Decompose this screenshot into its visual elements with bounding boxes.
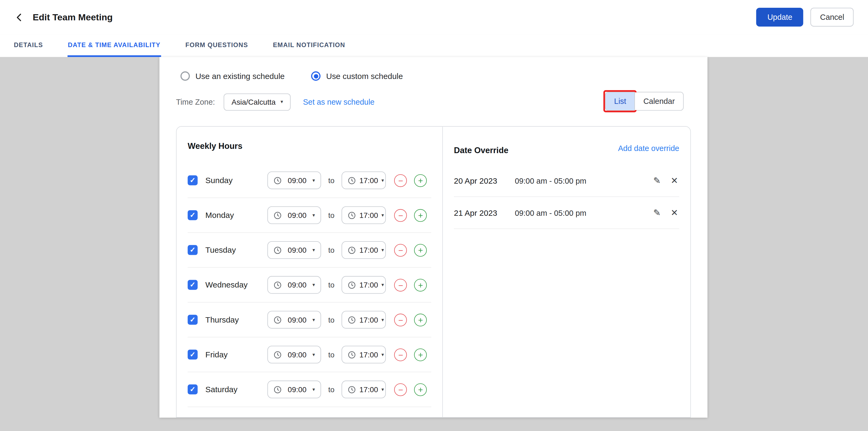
timezone-select[interactable]: Asia/Calcutta ▾ [224, 93, 291, 110]
caret-down-icon: ▾ [381, 247, 384, 253]
caret-down-icon: ▾ [381, 387, 384, 392]
remove-interval-button[interactable]: − [394, 174, 407, 187]
day-checkbox[interactable]: ✓ [188, 175, 197, 185]
end-time-select[interactable]: 17:00 ▾ [342, 206, 386, 224]
start-time-select[interactable]: 09:00 ▾ [267, 345, 321, 363]
start-time-select[interactable]: 09:00 ▾ [267, 276, 321, 294]
radio-custom-schedule[interactable]: Use custom schedule [311, 71, 403, 81]
minus-circle-icon: − [398, 176, 403, 185]
day-checkbox[interactable]: ✓ [188, 315, 197, 325]
to-label: to [328, 211, 334, 219]
tab-details[interactable]: DETAILS [13, 34, 44, 57]
override-time: 09:00 am - 05:00 pm [515, 176, 586, 185]
checkbox-check-icon: ✓ [190, 177, 195, 184]
day-label: Sunday [206, 176, 267, 185]
clock-icon [348, 385, 356, 394]
tab-form-questions[interactable]: FORM QUESTIONS [185, 34, 249, 57]
radio-existing-label: Use an existing schedule [195, 72, 284, 80]
add-interval-button[interactable]: + [414, 278, 427, 291]
page-title: Edit Team Meeting [33, 12, 113, 22]
to-label: to [328, 176, 334, 185]
override-date: 21 Apr 2023 [454, 208, 515, 217]
checkbox-check-icon: ✓ [190, 351, 195, 358]
start-time-select[interactable]: 09:00 ▾ [267, 172, 321, 189]
delete-override-button[interactable]: ✕ [670, 207, 679, 218]
override-date: 20 Apr 2023 [454, 176, 515, 185]
day-checkbox[interactable]: ✓ [188, 350, 197, 360]
day-row-wednesday: ✓ Wednesday 09:00 ▾ to 17:00 ▾ [188, 268, 431, 302]
plus-circle-icon: + [418, 176, 423, 185]
availability-card: Use an existing schedule Use custom sche… [159, 57, 708, 418]
start-time-value: 09:00 [288, 176, 307, 185]
start-time-select[interactable]: 09:00 ▾ [267, 241, 321, 259]
day-checkbox[interactable]: ✓ [188, 280, 197, 290]
delete-override-button[interactable]: ✕ [670, 175, 679, 186]
end-time-value: 17:00 [360, 281, 378, 289]
day-checkbox[interactable]: ✓ [188, 385, 197, 394]
clock-icon [348, 246, 356, 254]
override-time: 09:00 am - 05:00 pm [515, 208, 586, 217]
caret-down-icon: ▾ [312, 178, 315, 183]
day-label: Monday [206, 211, 267, 220]
plus-circle-icon: + [418, 351, 423, 359]
caret-down-icon: ▾ [381, 317, 384, 322]
set-as-new-schedule-link[interactable]: Set as new schedule [303, 97, 374, 106]
edit-override-button[interactable]: ✎ [652, 207, 662, 218]
list-view-button[interactable]: List [606, 92, 634, 110]
add-interval-button[interactable]: + [414, 313, 427, 326]
weekly-hours-panel: Weekly Hours ✓ Sunday 09:00 ▾ to [177, 127, 443, 417]
remove-interval-button[interactable]: − [394, 209, 407, 222]
start-time-value: 09:00 [288, 351, 307, 359]
add-interval-button[interactable]: + [414, 243, 427, 257]
remove-interval-button[interactable]: − [394, 383, 407, 396]
remove-interval-button[interactable]: − [394, 278, 407, 291]
tab-date-time-availability[interactable]: DATE & TIME AVAILABILITY [67, 34, 161, 57]
edit-override-button[interactable]: ✎ [652, 175, 662, 186]
minus-circle-icon: − [398, 351, 403, 359]
tab-email-notification[interactable]: EMAIL NOTIFICATION [273, 34, 346, 57]
start-time-select[interactable]: 09:00 ▾ [267, 311, 321, 329]
add-interval-button[interactable]: + [414, 383, 427, 396]
radio-existing-schedule[interactable]: Use an existing schedule [181, 71, 285, 81]
chevron-left-icon [14, 12, 24, 22]
calendar-view-button[interactable]: Calendar [634, 92, 683, 110]
remove-interval-button[interactable]: − [394, 313, 407, 326]
day-row-sunday: ✓ Sunday 09:00 ▾ to 17:00 ▾ [188, 163, 431, 198]
end-time-value: 17:00 [360, 176, 378, 185]
end-time-select[interactable]: 17:00 ▾ [342, 172, 386, 189]
start-time-select[interactable]: 09:00 ▾ [267, 206, 321, 224]
override-row: 21 Apr 2023 09:00 am - 05:00 pm ✎ ✕ [454, 197, 679, 229]
add-interval-button[interactable]: + [414, 348, 427, 361]
add-date-override-link[interactable]: Add date override [618, 143, 679, 152]
day-label: Thursday [206, 316, 267, 324]
minus-circle-icon: − [398, 281, 403, 289]
date-override-rows: 20 Apr 2023 09:00 am - 05:00 pm ✎ ✕ 21 A… [454, 165, 679, 229]
update-button[interactable]: Update [756, 8, 803, 27]
remove-interval-button[interactable]: − [394, 243, 407, 257]
remove-interval-button[interactable]: − [394, 348, 407, 361]
end-time-select[interactable]: 17:00 ▾ [342, 311, 386, 329]
close-icon: ✕ [671, 176, 678, 185]
back-button[interactable] [14, 12, 24, 22]
top-bar-actions: Update Cancel [756, 8, 854, 27]
end-time-select[interactable]: 17:00 ▾ [342, 241, 386, 259]
add-interval-button[interactable]: + [414, 174, 427, 187]
start-time-select[interactable]: 09:00 ▾ [267, 381, 321, 398]
end-time-value: 17:00 [360, 385, 378, 394]
minus-circle-icon: − [398, 385, 403, 394]
day-checkbox[interactable]: ✓ [188, 210, 197, 220]
end-time-select[interactable]: 17:00 ▾ [342, 276, 386, 294]
end-time-select[interactable]: 17:00 ▾ [342, 381, 386, 398]
day-checkbox[interactable]: ✓ [188, 245, 197, 255]
day-label: Saturday [206, 385, 267, 394]
caret-down-icon: ▾ [312, 352, 315, 357]
end-time-select[interactable]: 17:00 ▾ [342, 345, 386, 363]
caret-down-icon: ▾ [280, 99, 283, 104]
add-interval-button[interactable]: + [414, 209, 427, 222]
override-actions: ✎ ✕ [652, 207, 679, 218]
clock-icon [348, 351, 356, 359]
caret-down-icon: ▾ [312, 283, 315, 288]
cancel-button[interactable]: Cancel [811, 8, 854, 27]
view-toggle: List Calendar [605, 92, 684, 110]
radio-selected-icon [311, 71, 321, 81]
